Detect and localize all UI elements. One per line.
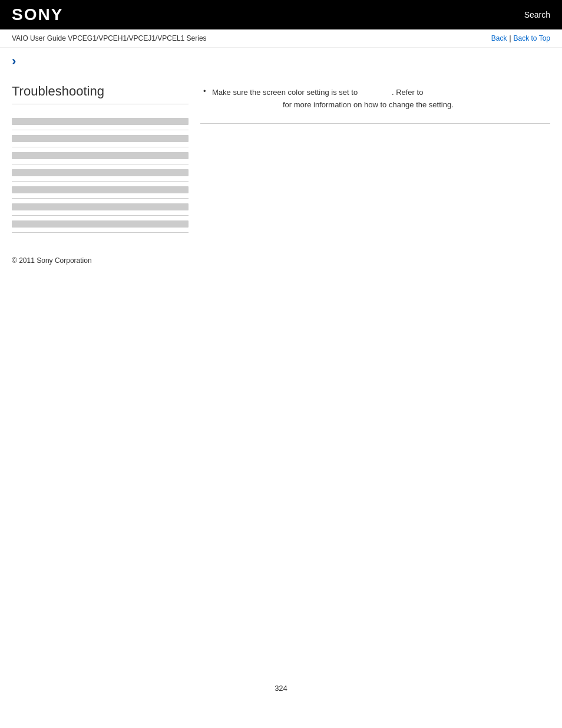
sony-logo: SONY <box>12 5 63 24</box>
page-number: 324 <box>0 672 562 704</box>
bullet-text: Make sure the screen color setting is se… <box>212 88 454 109</box>
sidebar-title: Troubleshooting <box>12 84 189 104</box>
content-divider <box>200 123 550 124</box>
bullet-list: Make sure the screen color setting is se… <box>200 84 550 114</box>
sidebar-link-6[interactable] <box>12 203 189 210</box>
sidebar-link-5[interactable] <box>12 186 189 193</box>
sidebar-link-1[interactable] <box>12 118 189 125</box>
search-button[interactable]: Search <box>524 10 550 19</box>
content-area: Make sure the screen color setting is se… <box>200 84 550 233</box>
chevron-right-icon: › <box>12 54 16 69</box>
list-item[interactable] <box>12 130 189 147</box>
list-item[interactable] <box>12 216 189 233</box>
sidebar-link-4[interactable] <box>12 169 189 176</box>
list-item[interactable] <box>12 199 189 216</box>
list-item[interactable] <box>12 147 189 164</box>
content-item: Make sure the screen color setting is se… <box>200 84 550 124</box>
breadcrumb-text: VAIO User Guide VPCEG1/VPCEH1/VPCEJ1/VPC… <box>12 34 207 42</box>
back-link[interactable]: Back <box>491 34 507 42</box>
sidebar-link-3[interactable] <box>12 152 189 159</box>
nav-separator: | <box>509 34 511 42</box>
chevron-section: › <box>0 48 562 72</box>
list-item[interactable] <box>12 182 189 199</box>
nav-links: Back | Back to Top <box>491 34 550 42</box>
breadcrumb-bar: VAIO User Guide VPCEG1/VPCEH1/VPCEJ1/VPC… <box>0 29 562 48</box>
sidebar-links <box>12 113 189 233</box>
header: SONY Search <box>0 0 562 29</box>
bullet-item: Make sure the screen color setting is se… <box>200 84 550 114</box>
sidebar-link-7[interactable] <box>12 220 189 228</box>
list-item[interactable] <box>12 113 189 130</box>
main-content: Troubleshooting <box>0 72 562 245</box>
sidebar: Troubleshooting <box>12 84 189 233</box>
list-item[interactable] <box>12 164 189 182</box>
sidebar-link-2[interactable] <box>12 135 189 142</box>
copyright-text: © 2011 Sony Corporation <box>12 256 92 265</box>
back-to-top-link[interactable]: Back to Top <box>514 34 550 42</box>
footer: © 2011 Sony Corporation <box>0 245 562 276</box>
